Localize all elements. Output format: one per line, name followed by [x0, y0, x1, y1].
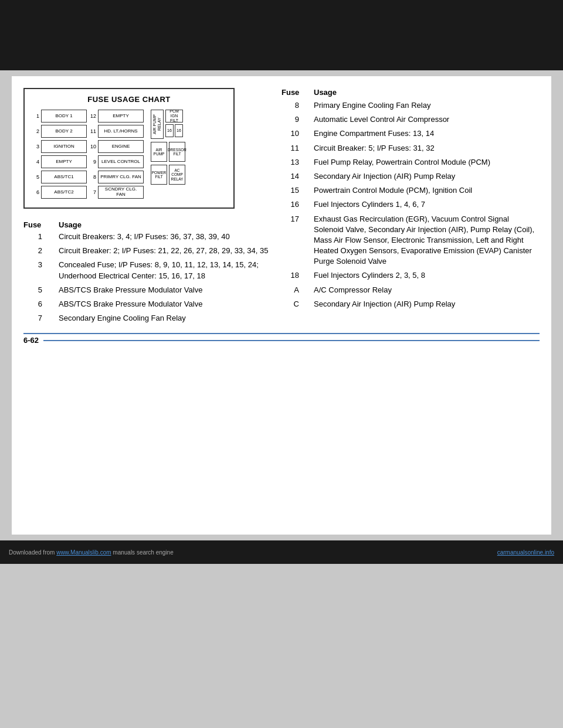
right-fuse-num-c: C	[282, 299, 302, 309]
left-column: FUSE USAGE CHART 1 BODY 1 2 BODY 2	[23, 88, 270, 327]
left-row-2: 2 Circuit Breaker: 2; I/P Fuses: 21, 22,…	[23, 246, 270, 256]
manualslib-link[interactable]: www.Manualslib.com	[56, 549, 111, 556]
right-fuse-num-16: 16	[282, 199, 302, 210]
fuse-chart-container: FUSE USAGE CHART 1 BODY 1 2 BODY 2	[23, 88, 235, 209]
right-row-15: 15 Powertrain Control Module (PCM), Igni…	[282, 185, 540, 196]
right-usage-c: Secondary Air Injection (AIR) Pump Relay	[314, 299, 540, 309]
right-fuse-num-11: 11	[282, 143, 302, 154]
right-column: Fuse Usage 8 Primary Engine Cooling Fan …	[282, 88, 540, 327]
right-row-8: 8 Primary Engine Cooling Fan Relay	[282, 100, 540, 111]
side-box-air-pump: AIR PUMP	[151, 142, 167, 162]
bottom-bar: Downloaded from www.Manualslib.com manua…	[0, 540, 563, 564]
download-text: Downloaded from www.Manualslib.com manua…	[9, 549, 174, 556]
left-row-5: 5 ABS/TCS Brake Pressure Modulator Valve	[23, 285, 270, 295]
content-area: FUSE USAGE CHART 1 BODY 1 2 BODY 2	[23, 88, 540, 327]
left-usage-1: Circuit Breakers: 3, 4; I/P Fuses: 36, 3…	[59, 232, 270, 242]
right-row-18: 18 Fuel Injectors Cylinders 2, 3, 5, 8	[282, 270, 540, 281]
brand-link[interactable]: carmanualsonline.info	[497, 549, 554, 556]
side-box-air-pump-relay: AIR PUMP RELAY	[151, 110, 164, 139]
fuse-row-2: 2 BODY 2	[33, 125, 87, 138]
left-row-1: 1 Circuit Breakers: 3, 4; I/P Fuses: 36,…	[23, 232, 270, 242]
left-table-header: Fuse Usage	[23, 220, 270, 229]
right-usage-15: Powertrain Control Module (PCM), Ignitio…	[314, 185, 540, 196]
fuse-row-12: 12 EMPTY	[90, 110, 144, 123]
fuse-columns: 1 BODY 1 2 BODY 2 3 IGNITION	[33, 110, 144, 199]
gray-bottom	[0, 564, 563, 728]
right-row-14: 14 Secondary Air Injection (AIR) Pump Re…	[282, 171, 540, 182]
side-box-dressor: DRESSOR FILT	[169, 142, 185, 162]
fuse-chart-title: FUSE USAGE CHART	[33, 95, 225, 104]
left-usage-7: Secondary Engine Cooling Fan Relay	[59, 313, 270, 324]
footer-line	[43, 340, 540, 341]
right-fuse-num-18: 18	[282, 270, 302, 281]
fuse-row-10: 10 ENGINE	[90, 140, 144, 153]
left-fuse-num-2: 2	[23, 246, 47, 256]
right-usage-10: Engine Compartment Fuses: 13, 14	[314, 128, 540, 139]
left-fuse-num-7: 7	[23, 313, 47, 324]
fuse-row-9: 9 LEVEL CONTROL	[90, 155, 144, 168]
fuse-row-11: 11 HD. LT./HORNS	[90, 125, 144, 138]
right-header-usage: Usage	[314, 88, 337, 97]
right-fuse-num-17: 17	[282, 214, 302, 267]
left-usage-6: ABS/TCS Brake Pressure Modulator Valve	[59, 299, 270, 309]
right-fuse-num-10: 10	[282, 128, 302, 139]
right-fuse-num-a: A	[282, 285, 302, 295]
right-row-a: A A/C Compressor Relay	[282, 285, 540, 295]
right-row-16: 16 Fuel Injectors Cylinders 1, 4, 6, 7	[282, 199, 540, 210]
right-usage-8: Primary Engine Cooling Fan Relay	[314, 100, 540, 111]
side-box-pcm-ign: PCM IGN FILT	[165, 110, 183, 123]
right-fuse-num-9: 9	[282, 114, 302, 125]
right-usage-18: Fuel Injectors Cylinders 2, 3, 5, 8	[314, 270, 540, 281]
fuse-row-1: 1 BODY 1	[33, 110, 87, 123]
left-header-usage: Usage	[59, 220, 82, 229]
left-fuse-num-1: 1	[23, 232, 47, 242]
fuse-row-3: 3 IGNITION	[33, 140, 87, 153]
right-usage-13: Fuel Pump Relay, Powertrain Control Modu…	[314, 157, 540, 168]
fuse-row-8: 8 PRIMRY CLG. FAN	[90, 171, 144, 183]
left-fuse-num-3: 3	[23, 260, 47, 281]
side-box-power: POWER FILT	[151, 165, 167, 185]
left-usage-3: Concealed Fuse; I/P Fuses: 8, 9, 10, 11,…	[59, 260, 270, 281]
right-row-13: 13 Fuel Pump Relay, Powertrain Control M…	[282, 157, 540, 168]
fuse-row-4: 4 EMPTY	[33, 155, 87, 168]
right-row-17: 17 Exhaust Gas Recirculation (EGR), Vacu…	[282, 214, 540, 267]
left-fuse-num-5: 5	[23, 285, 47, 295]
fuse-row-6: 6 ABS/TC2	[33, 186, 87, 199]
right-row-10: 10 Engine Compartment Fuses: 13, 14	[282, 128, 540, 139]
left-header-fuse: Fuse	[23, 220, 47, 229]
right-fuse-col: 12 EMPTY 11 HD. LT./HORNS 10 ENGINE	[90, 110, 144, 199]
left-row-7: 7 Secondary Engine Cooling Fan Relay	[23, 313, 270, 324]
fuse-diagram: 1 BODY 1 2 BODY 2 3 IGNITION	[33, 110, 225, 199]
right-row-9: 9 Automatic Level Control Air Compressor	[282, 114, 540, 125]
side-box-16b: 16	[175, 124, 183, 137]
side-box-ac-comp: AC COMP RELAY	[169, 165, 185, 185]
right-table: Fuse Usage 8 Primary Engine Cooling Fan …	[282, 88, 540, 309]
top-bar	[0, 0, 563, 70]
right-usage-17: Exhaust Gas Recirculation (EGR), Vacuum …	[314, 214, 540, 267]
page-footer: 6-62	[23, 333, 540, 345]
page-number: 6-62	[23, 336, 39, 345]
left-usage-2: Circuit Breaker: 2; I/P Fuses: 21, 22, 2…	[59, 246, 270, 256]
right-usage-a: A/C Compressor Relay	[314, 285, 540, 295]
fuse-row-5: 5 ABS/TC1	[33, 171, 87, 183]
right-fuse-num-14: 14	[282, 171, 302, 182]
right-header-fuse: Fuse	[282, 88, 302, 97]
right-usage-11: Circuit Breaker: 5; I/P Fuses: 31, 32	[314, 143, 540, 154]
right-row-c: C Secondary Air Injection (AIR) Pump Rel…	[282, 299, 540, 309]
left-row-6: 6 ABS/TCS Brake Pressure Modulator Valve	[23, 299, 270, 309]
left-usage-5: ABS/TCS Brake Pressure Modulator Valve	[59, 285, 270, 295]
right-usage-16: Fuel Injectors Cylinders 1, 4, 6, 7	[314, 199, 540, 210]
left-fuse-col: 1 BODY 1 2 BODY 2 3 IGNITION	[33, 110, 87, 199]
side-box-16: 16	[165, 124, 174, 137]
right-fuse-num-15: 15	[282, 185, 302, 196]
left-table: Fuse Usage 1 Circuit Breakers: 3, 4; I/P…	[23, 220, 270, 324]
right-usage-14: Secondary Air Injection (AIR) Pump Relay	[314, 171, 540, 182]
right-fuse-num-13: 13	[282, 157, 302, 168]
right-table-header: Fuse Usage	[282, 88, 540, 97]
right-row-11: 11 Circuit Breaker: 5; I/P Fuses: 31, 32	[282, 143, 540, 154]
fuse-row-7: 7 SCNDRY CLG. FAN	[90, 186, 144, 199]
left-fuse-num-6: 6	[23, 299, 47, 309]
right-usage-9: Automatic Level Control Air Compressor	[314, 114, 540, 125]
main-content: FUSE USAGE CHART 1 BODY 1 2 BODY 2	[12, 76, 551, 535]
left-row-3: 3 Concealed Fuse; I/P Fuses: 8, 9, 10, 1…	[23, 260, 270, 281]
